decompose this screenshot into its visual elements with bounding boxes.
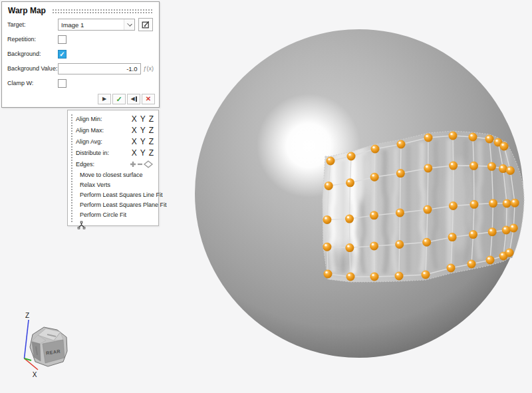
control-point[interactable] bbox=[397, 140, 406, 149]
control-point[interactable] bbox=[506, 166, 515, 175]
control-point[interactable] bbox=[371, 145, 380, 154]
control-point[interactable] bbox=[346, 273, 355, 281]
clamp-w-checkbox[interactable] bbox=[58, 79, 66, 88]
control-point[interactable] bbox=[423, 205, 432, 214]
control-point-highlight bbox=[426, 135, 428, 137]
control-point[interactable] bbox=[370, 241, 378, 250]
control-point-highlight bbox=[397, 241, 399, 243]
axis-x-button[interactable]: X bbox=[132, 148, 137, 158]
control-point[interactable] bbox=[511, 199, 519, 207]
control-point[interactable] bbox=[469, 200, 478, 209]
play-button[interactable]: ▶ bbox=[98, 94, 111, 104]
axis-z-button[interactable]: Z bbox=[149, 126, 154, 135]
control-point[interactable] bbox=[448, 233, 457, 241]
cancel-button[interactable]: ✕ bbox=[142, 94, 155, 104]
control-point[interactable] bbox=[370, 173, 379, 182]
control-point-highlight bbox=[424, 239, 426, 241]
control-point-highlight bbox=[426, 166, 428, 168]
control-point[interactable] bbox=[327, 157, 335, 166]
control-point[interactable] bbox=[396, 169, 405, 178]
menu-item-relax-verts[interactable]: Relax Verts bbox=[76, 180, 158, 190]
control-point-highlight bbox=[325, 271, 327, 273]
accept-button[interactable]: ✓ bbox=[112, 94, 126, 104]
axis-x-button[interactable]: X bbox=[132, 114, 137, 124]
control-point[interactable] bbox=[424, 134, 433, 142]
panel-title-bar[interactable]: Warp Map bbox=[2, 2, 159, 17]
axis-z-button[interactable]: Z bbox=[149, 148, 154, 158]
target-row: Target: Image 1 bbox=[2, 17, 159, 32]
axis-x-button[interactable]: X bbox=[132, 126, 137, 135]
control-point[interactable] bbox=[467, 260, 476, 269]
control-point[interactable] bbox=[395, 272, 404, 281]
target-label: Target: bbox=[7, 21, 58, 28]
align-tools-menu: Align Min:XYZAlign Max:XYZAlign Avg:XYZD… bbox=[67, 110, 159, 226]
reset-button[interactable]: ◀ bbox=[127, 94, 140, 104]
chevron-down-icon bbox=[127, 21, 132, 27]
control-point[interactable] bbox=[469, 133, 477, 142]
control-point[interactable] bbox=[345, 215, 354, 223]
control-point[interactable] bbox=[489, 199, 497, 207]
control-point[interactable] bbox=[449, 162, 458, 170]
control-point[interactable] bbox=[449, 132, 458, 140]
background-checkbox[interactable]: ✓ bbox=[58, 50, 66, 59]
control-point[interactable] bbox=[447, 264, 456, 273]
control-point[interactable] bbox=[323, 243, 331, 251]
view-cube-gizmo[interactable]: ZXREAR bbox=[25, 312, 68, 378]
control-point[interactable] bbox=[509, 223, 518, 232]
control-point[interactable] bbox=[324, 270, 332, 279]
control-point[interactable] bbox=[424, 164, 432, 172]
axis-z-button[interactable]: Z bbox=[149, 114, 154, 124]
target-dropdown[interactable]: Image 1 bbox=[58, 19, 135, 31]
axis-x-button[interactable]: X bbox=[132, 137, 137, 146]
menu-item-move-to-closest-surface[interactable]: Move to closest surface bbox=[76, 170, 158, 180]
menu-drag-grip[interactable] bbox=[70, 114, 73, 222]
control-point[interactable] bbox=[502, 226, 511, 235]
clamp-w-label: Clamp W: bbox=[7, 80, 58, 86]
edit-target-button[interactable] bbox=[138, 18, 153, 31]
control-point-highlight bbox=[487, 257, 489, 259]
control-point[interactable] bbox=[487, 162, 496, 171]
axis-y-button[interactable]: Y bbox=[140, 148, 146, 158]
control-point-highlight bbox=[487, 136, 489, 138]
dropdown-arrow-button[interactable] bbox=[124, 19, 134, 30]
edges-icons[interactable] bbox=[130, 160, 154, 168]
control-point[interactable] bbox=[395, 240, 404, 249]
control-point-highlight bbox=[372, 274, 374, 276]
merge-verts-icon[interactable] bbox=[77, 221, 86, 229]
background-value-input[interactable]: -1.0 bbox=[58, 63, 141, 74]
fx-expression-button[interactable]: ƒ(x) bbox=[144, 65, 154, 72]
control-point[interactable] bbox=[346, 178, 354, 187]
control-point[interactable] bbox=[503, 199, 511, 207]
control-point[interactable] bbox=[469, 230, 477, 239]
control-point[interactable] bbox=[500, 142, 509, 151]
axis-y-button[interactable]: Y bbox=[140, 114, 146, 124]
control-point[interactable] bbox=[396, 208, 404, 217]
menu-item-perform-least-squares-plane-fit[interactable]: Perform Least Squares Plane Fit bbox=[76, 199, 158, 209]
control-point[interactable] bbox=[370, 273, 379, 281]
control-point[interactable] bbox=[469, 162, 478, 170]
control-point[interactable] bbox=[347, 152, 356, 161]
check-icon: ✓ bbox=[116, 96, 122, 103]
repetition-label: Repetition: bbox=[7, 36, 58, 43]
drag-grip[interactable] bbox=[52, 9, 153, 13]
control-point[interactable] bbox=[325, 182, 333, 190]
repetition-checkbox[interactable] bbox=[58, 35, 66, 44]
axis-y-button[interactable]: Y bbox=[140, 137, 146, 146]
control-point[interactable] bbox=[488, 227, 497, 236]
control-point[interactable] bbox=[422, 271, 430, 279]
control-point-highlight bbox=[448, 265, 450, 267]
control-point[interactable] bbox=[422, 238, 431, 247]
control-point[interactable] bbox=[486, 256, 495, 265]
control-point[interactable] bbox=[485, 135, 494, 144]
control-point[interactable] bbox=[449, 201, 458, 210]
axis-z-button[interactable]: Z bbox=[149, 137, 154, 146]
axis-y-button[interactable]: Y bbox=[140, 126, 146, 135]
control-point[interactable] bbox=[505, 249, 514, 257]
control-point[interactable] bbox=[345, 243, 354, 252]
menu-item-perform-circle-fit[interactable]: Perform Circle Fit bbox=[76, 209, 158, 219]
control-point[interactable] bbox=[499, 164, 507, 173]
menu-item-perform-least-squares-line-fit[interactable]: Perform Least Squares Line Fit bbox=[76, 190, 158, 199]
control-point[interactable] bbox=[370, 211, 378, 219]
control-point[interactable] bbox=[323, 215, 331, 224]
control-point-highlight bbox=[495, 140, 497, 142]
